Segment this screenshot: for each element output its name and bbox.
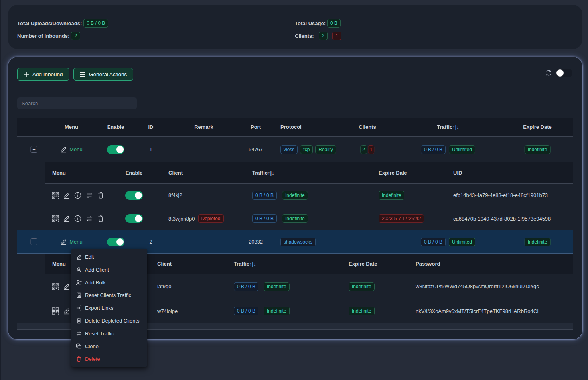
n1-row2: 8t3wjnn8p0 Depleted 0 B / 0 B Indefinite… [45, 207, 573, 230]
stats-card: Total Uploads/Downloads: 0 B / 0 B Numbe… [8, 5, 582, 49]
depleted-toggle[interactable] [556, 69, 572, 77]
dd-add-client[interactable]: Add Client [71, 263, 147, 276]
refresh-icon [545, 69, 552, 78]
stat-total-usage: Total Usage: 0 B [295, 19, 341, 28]
t-head: Menu Enable ID Remark Port Protocol Clie… [17, 118, 573, 137]
dd-delete[interactable]: Delete [71, 352, 147, 365]
dd-export-links[interactable]: Export Links [71, 301, 147, 314]
dd-reset-traffic[interactable]: Reset Traffic [71, 327, 147, 340]
row-1: − Menu 1 54767 vless tcp Reality 2 [17, 137, 573, 162]
stat-clients: Clients: 2 1 [295, 32, 341, 40]
toolbar-divider [8, 87, 582, 87]
btn-general-actions[interactable]: General Actions [73, 68, 133, 81]
btn-add-inbound[interactable]: Add Inbound [17, 68, 69, 81]
dd-edit[interactable]: Edit [71, 250, 147, 263]
dropdown-menu: Edit Add Client Add Bulk Reset Clients T… [71, 249, 147, 367]
dd-add-bulk[interactable]: Add Bulk [71, 276, 147, 289]
dd-delete-depleted[interactable]: Delete Depleted Clients [71, 314, 147, 327]
stat-total-updown: Total Uploads/Downloads: 0 B / 0 B [17, 19, 108, 28]
n1-row1: 8f4kj2 0 B / 0 B Indefinite Indefinite e… [45, 184, 573, 207]
inbounds-page: Total Uploads/Downloads: 0 B / 0 B Numbe… [0, 0, 588, 380]
stat-inbounds: Number of Inbounds: 2 [17, 32, 80, 40]
search-box[interactable]: Search [17, 97, 137, 109]
left-edge [0, 0, 1, 380]
dd-reset-clients-traffic[interactable]: Reset Clients Traffic [71, 289, 147, 301]
dd-clone[interactable]: Clone [71, 340, 147, 352]
nested-1: Menu Enable Client Traffic↑|↓ Expire Dat… [45, 162, 573, 230]
n1-head: Menu Enable Client Traffic↑|↓ Expire Dat… [45, 162, 573, 184]
